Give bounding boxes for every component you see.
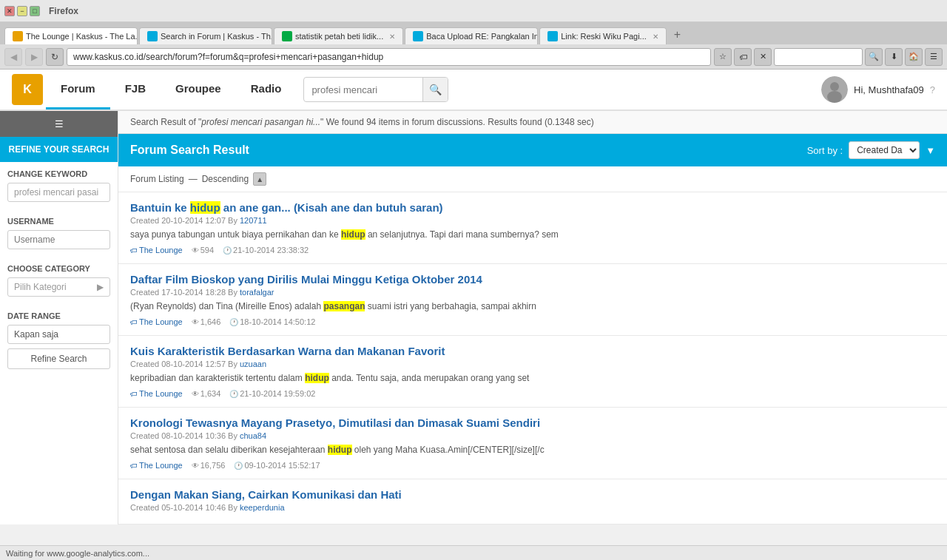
category-tag-2[interactable]: The Lounge: [130, 317, 183, 326]
forum-item-title-1[interactable]: Bantuin ke hidup an ane gan... (Kisah an…: [130, 201, 935, 214]
bookmark-star-btn[interactable]: ☆: [714, 48, 732, 66]
browser-tab-3[interactable]: statistik petah beti lidik... ✕: [274, 27, 403, 44]
minimize-window-btn[interactable]: −: [17, 6, 27, 16]
header-search-input[interactable]: [304, 84, 422, 95]
refresh-button[interactable]: ↻: [46, 48, 64, 66]
title-highlight-1: hidup: [190, 201, 220, 214]
listing-sort-icon[interactable]: ▲: [253, 172, 266, 186]
new-tab-button[interactable]: +: [668, 25, 687, 44]
nav-radio[interactable]: Radio: [236, 70, 297, 109]
browser-tab-2[interactable]: Search in Forum | Kaskus - Th... ✕: [139, 27, 272, 44]
excerpt-before-2: (Ryan Reynolds) dan Tina (Mireille Enos)…: [130, 301, 323, 311]
author-link-1[interactable]: 120711: [240, 216, 267, 225]
forum-results-list: Bantuin ke hidup an ane gan... (Kisah an…: [118, 192, 947, 524]
close-address-btn[interactable]: ✕: [754, 48, 772, 66]
author-link-4[interactable]: chua84: [240, 431, 266, 440]
sidebar-menu-icon[interactable]: ☰: [0, 111, 118, 137]
listing-order: Descending: [202, 174, 249, 184]
daterange-label: DATE RANGE: [7, 311, 110, 320]
address-bar[interactable]: [67, 48, 711, 66]
forum-item-tags-2: The Lounge 1,646 18-10-2014 14:50:12: [130, 317, 935, 326]
category-tag-4[interactable]: The Lounge: [130, 461, 183, 470]
browser-navbar: ◀ ▶ ↻ ☆ 🏷 ✕ 🔍 ⬇ 🏠 ☰: [0, 44, 947, 70]
main-content: Search Result of "profesi mencari pasang…: [118, 111, 947, 524]
excerpt-before-4: sehat sentosa dan selalu diberikan kesej…: [130, 445, 328, 455]
author-link-2[interactable]: torafalgar: [240, 288, 274, 297]
forum-item-title-3[interactable]: Kuis Karakteristik Berdasarkan Warna dan…: [130, 345, 935, 357]
excerpt-before-1: saya punya tabungan untuk biaya pernikah…: [130, 229, 341, 240]
excerpt-before-3: kepribadian dan karakteristik tertentu d…: [130, 373, 305, 383]
content-area: ☰ REFINE YOUR SEARCH CHANGE KEYWORD USER…: [0, 111, 947, 524]
google-search-btn[interactable]: 🔍: [865, 48, 883, 66]
forum-item-title-4[interactable]: Kronologi Tewasnya Mayang Prasetyo, Dimu…: [130, 416, 935, 429]
category-arrow-icon: ▶: [97, 282, 104, 292]
nav-fjb[interactable]: FJB: [110, 70, 161, 109]
category-tag-3[interactable]: The Lounge: [130, 389, 183, 398]
nav-groupee[interactable]: Groupee: [161, 70, 236, 109]
browser-tab-1[interactable]: The Lounge | Kaskus - The La... ✕: [4, 27, 138, 44]
category-value: Pilih Kategori: [14, 282, 67, 292]
back-button[interactable]: ◀: [4, 48, 22, 66]
browser-tabs-bar: The Lounge | Kaskus - The La... ✕ Search…: [0, 22, 947, 44]
bookmark-tag-btn[interactable]: 🏷: [734, 48, 752, 66]
forum-item-title-5[interactable]: Dengan Makan Siang, Cairkan Komunikasi d…: [130, 488, 935, 501]
forum-item-meta-4: Created 08-10-2014 10:36 By chua84: [130, 431, 935, 440]
search-info-bar: Search Result of "profesi mencari pasang…: [118, 111, 947, 134]
close-window-btn[interactable]: ✕: [4, 6, 15, 16]
search-info-query: profesi mencari pasangan hi...: [201, 117, 320, 127]
header-search-button[interactable]: 🔍: [422, 77, 448, 102]
forum-item-tags-4: The Lounge 16,756 09-10-2014 15:52:17: [130, 461, 935, 470]
sidebar-username-section: USERNAME: [0, 209, 118, 257]
author-link-5[interactable]: keeperdunia: [240, 503, 285, 512]
title-before-1: Bantuin ke: [130, 201, 190, 214]
refine-submit-button[interactable]: Refine Search: [7, 348, 110, 369]
tab-close-5[interactable]: ✕: [653, 33, 658, 41]
forum-item-tags-1: The Lounge 594 21-10-2014 23:38:32: [130, 246, 935, 254]
sidebar-daterange-section: DATE RANGE Kapan saja Hari ini Minggu in…: [0, 304, 118, 377]
maximize-window-btn[interactable]: □: [30, 6, 40, 16]
tab-close-3[interactable]: ✕: [389, 33, 395, 41]
keyword-input[interactable]: [7, 183, 110, 202]
created-label-4: Created 08-10-2014 10:36 By: [130, 431, 237, 440]
views-2: 1,646: [192, 317, 221, 326]
nav-forum[interactable]: Forum: [46, 70, 110, 109]
nav-actions: ☆ 🏷 ✕ 🔍 ⬇ 🏠 ☰: [714, 48, 943, 66]
forum-item-4: Kronologi Tewasnya Mayang Prasetyo, Dimu…: [118, 408, 947, 479]
category-tag-1[interactable]: The Lounge: [130, 246, 183, 254]
sidebar-category-section: CHOOSE CATEGORY Pilih Kategori ▶: [0, 257, 118, 304]
forum-item-title-2[interactable]: Daftar Film Bioskop yang Dirilis Mulai M…: [130, 273, 935, 286]
site-header: K Forum FJB Groupee Radio 🔍 Hi, Mushthaf…: [0, 70, 947, 111]
main-nav: Forum FJB Groupee Radio: [46, 70, 296, 109]
title-before-3: Kuis Karakteristik Berdasarkan Warna dan…: [130, 345, 445, 357]
home-btn[interactable]: 🏠: [905, 48, 923, 66]
search-info-prefix: Search Result of ": [130, 117, 201, 127]
menu-btn[interactable]: ☰: [925, 48, 943, 66]
window-controls: ✕ − □: [4, 6, 40, 16]
help-icon[interactable]: ?: [930, 84, 935, 95]
created-label-5: Created 05-10-2014 10:46 By: [130, 503, 237, 512]
keyword-label: CHANGE KEYWORD: [7, 169, 110, 178]
tab-favicon-2: [147, 31, 158, 41]
header-search: 🔍: [303, 77, 448, 102]
title-before-5: Dengan Makan Siang, Cairkan Komunikasi d…: [130, 488, 402, 501]
forward-button[interactable]: ▶: [25, 48, 43, 66]
download-btn[interactable]: ⬇: [885, 48, 903, 66]
author-link-3[interactable]: uzuaan: [240, 360, 266, 368]
excerpt-highlight-2: pasangan: [323, 301, 365, 311]
google-search-input[interactable]: [774, 48, 863, 66]
kaskus-logo[interactable]: K: [12, 74, 43, 105]
browser-titlebar: ✕ − □ Firefox: [0, 0, 947, 22]
category-select[interactable]: Pilih Kategori ▶: [7, 277, 110, 297]
browser-tab-5[interactable]: Link: Reski Wiku Pagi... ✕: [539, 27, 667, 44]
refine-search-header[interactable]: REFINE YOUR SEARCH: [0, 137, 118, 162]
title-before-4: Kronologi Tewasnya Mayang Prasetyo, Dimu…: [130, 416, 540, 429]
daterange-select[interactable]: Kapan saja Hari ini Minggu ini Bulan ini: [7, 325, 110, 344]
excerpt-after-4: oleh yang Maha Kuasa.Amin[/CENTER][/size…: [352, 445, 545, 455]
forum-item-excerpt-3: kepribadian dan karakteristik tertentu d…: [130, 371, 935, 385]
listing-header: Forum Listing — Descending ▲: [118, 166, 947, 192]
username-input[interactable]: [7, 230, 110, 249]
last-date-2: 18-10-2014 14:50:12: [229, 317, 315, 326]
tab-title-1: The Lounge | Kaskus - The La...: [26, 32, 138, 41]
sort-select[interactable]: Created Da: [849, 141, 920, 159]
browser-tab-4[interactable]: Baca Upload RE: Pangkalan In... ✕: [405, 27, 538, 44]
